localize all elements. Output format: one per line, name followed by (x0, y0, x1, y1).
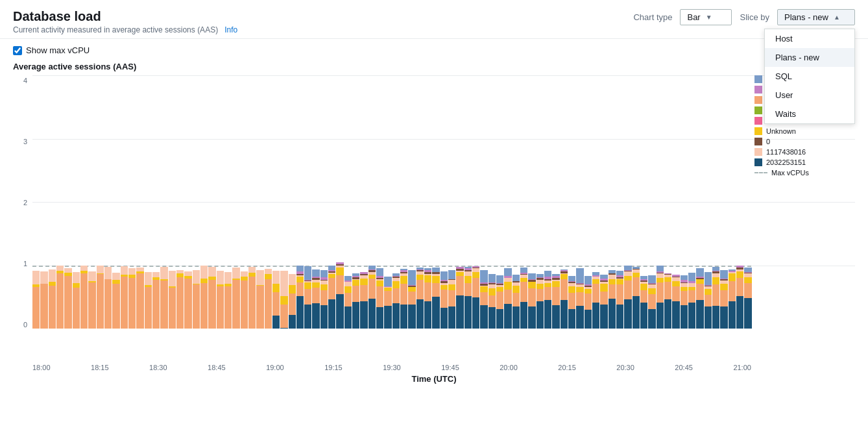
bar-segment (256, 286, 263, 329)
bar-segment (504, 268, 511, 275)
bar-group (664, 75, 671, 329)
bar-segment (208, 280, 215, 329)
bar-segment (49, 269, 56, 282)
bar-segment (561, 274, 568, 279)
bar-group (344, 75, 352, 329)
x-axis: 18:0018:1518:3018:4519:0019:1519:3019:45… (13, 364, 855, 371)
x-axis-label: 20:00 (500, 364, 518, 371)
info-link[interactable]: Info (224, 25, 237, 34)
bar-segment (32, 287, 40, 329)
bar-segment (664, 277, 671, 282)
bar-segment (217, 271, 224, 284)
x-axis-label: 19:45 (441, 364, 459, 371)
bar-segment (744, 277, 751, 283)
bar-segment (616, 279, 623, 284)
bar-segment (456, 295, 463, 329)
bar-segment (616, 284, 623, 305)
show-max-vcpu-label[interactable]: Show max vCPU (13, 45, 90, 55)
legend-label: 2032253151 (766, 158, 806, 166)
bar-group (440, 75, 448, 329)
bar-segment (424, 275, 431, 282)
bar-segment (248, 267, 256, 273)
bar-segment (336, 294, 343, 329)
dropdown-item-waits[interactable]: Waits (765, 105, 854, 123)
bar-segment (160, 281, 167, 329)
bar-segment (241, 271, 248, 277)
bar-segment (536, 289, 544, 301)
slice-by-select[interactable]: Plans - new ▲ (777, 9, 855, 25)
bar-segment (256, 270, 263, 285)
bar-segment (121, 277, 128, 329)
dropdown-item-sql[interactable]: SQL (765, 67, 854, 86)
bar-segment (232, 268, 239, 279)
bar-segment (729, 281, 736, 301)
bar-segment (528, 273, 535, 279)
bar-segment (64, 268, 71, 273)
bar-segment (169, 288, 176, 329)
bar-group (176, 75, 184, 329)
bar-segment (104, 279, 112, 329)
bar-segment (688, 303, 695, 329)
bar-segment (576, 292, 583, 306)
bar-segment (265, 269, 272, 274)
bar-segment (73, 272, 80, 283)
bar-segment (464, 283, 472, 296)
bar-group (49, 75, 56, 329)
bar-segment (712, 277, 719, 284)
bar-segment (657, 273, 664, 278)
dropdown-item-host[interactable]: Host (765, 29, 854, 48)
legend-item: Max vCPUs (754, 169, 855, 177)
bar-group (73, 75, 80, 329)
bar-segment (296, 277, 304, 282)
bar-segment (448, 284, 455, 291)
bar-group (592, 75, 599, 329)
bar-group (705, 75, 712, 329)
bar-segment (289, 274, 296, 285)
bar-segment (344, 306, 352, 329)
bar-group (184, 75, 191, 329)
bar-segment (88, 282, 95, 329)
bar-segment (705, 306, 712, 329)
x-axis-label: 18:30 (149, 364, 167, 371)
bar-segment (624, 281, 631, 299)
dropdown-item-plans---new[interactable]: Plans - new (765, 48, 854, 67)
slice-by-arrow-icon: ▲ (834, 14, 840, 21)
bar-group (208, 75, 215, 329)
chart-type-arrow-icon: ▼ (706, 14, 712, 21)
bar-segment (616, 271, 623, 276)
bar-segment (289, 285, 296, 293)
chart-type-value: Bar (687, 12, 700, 22)
bar-segment (80, 266, 88, 271)
bar-segment (736, 296, 743, 329)
bar-segment (464, 271, 472, 276)
bar-group (392, 75, 400, 329)
bar-segment (200, 279, 208, 283)
bar-group (304, 75, 311, 329)
bar-group (464, 75, 472, 329)
bar-segment (328, 299, 335, 329)
bar-segment (456, 276, 463, 295)
bar-segment (729, 301, 736, 329)
bar-segment (712, 284, 719, 306)
x-axis-label: 21:00 (733, 364, 751, 371)
bar-group (561, 75, 568, 329)
y-axis-label: 0 (23, 321, 27, 329)
bar-segment (512, 306, 520, 329)
bar-segment (720, 290, 727, 307)
legend-color-swatch (754, 75, 762, 83)
bar-group (241, 75, 248, 329)
bar-segment (424, 282, 431, 301)
bar-segment (705, 289, 712, 295)
chart-type-select[interactable]: Bar ▼ (680, 9, 732, 25)
dropdown-item-user[interactable]: User (765, 86, 854, 105)
bar-segment (392, 288, 400, 303)
y-axis-label: 2 (23, 199, 27, 206)
bar-group (193, 75, 200, 329)
bar-segment (657, 278, 664, 282)
bar-group (328, 75, 335, 329)
show-max-vcpu-checkbox[interactable] (13, 46, 22, 55)
bar-segment (312, 269, 319, 277)
bar-segment (272, 271, 280, 284)
x-axis-label: 19:15 (324, 364, 343, 371)
bar-group (536, 75, 544, 329)
